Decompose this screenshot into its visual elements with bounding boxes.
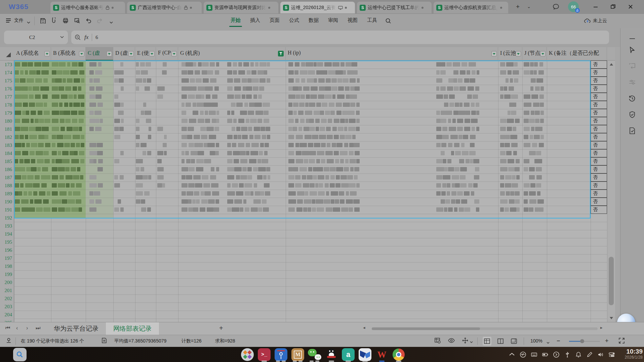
sheet-tab-1[interactable]: 华为云平台记录 bbox=[46, 322, 106, 335]
data-row[interactable]: 否 bbox=[0, 165, 607, 173]
taskbar-app-mail[interactable]: M bbox=[291, 348, 305, 362]
doc-tab[interactable]: S运维中心服务器账号 bbox=[50, 2, 125, 13]
tray-volume-icon[interactable] bbox=[597, 351, 604, 358]
tray-usb-icon[interactable] bbox=[564, 351, 571, 358]
filter-funnel-active-icon[interactable] bbox=[278, 51, 284, 56]
filter-dropdown-icon[interactable] bbox=[107, 51, 112, 56]
print-preview-button[interactable] bbox=[74, 17, 80, 25]
hamburger-menu-icon[interactable] bbox=[5, 17, 11, 25]
ribbon-tab-工具[interactable]: 工具 bbox=[366, 17, 378, 24]
view-normal-button[interactable] bbox=[483, 337, 491, 346]
print-button[interactable] bbox=[63, 17, 69, 25]
zoom-slider-thumb[interactable] bbox=[580, 339, 584, 343]
remark-cell[interactable]: 否 bbox=[591, 198, 607, 206]
row-number[interactable]: 182 bbox=[5, 133, 12, 141]
remark-cell[interactable]: 否 bbox=[591, 93, 607, 101]
remark-cell[interactable]: 否 bbox=[591, 85, 607, 93]
data-row[interactable]: 否 bbox=[0, 109, 607, 117]
row-number[interactable]: 173 bbox=[5, 61, 12, 69]
ribbon-tab-审阅[interactable]: 审阅 bbox=[327, 17, 339, 24]
row-number[interactable]: 175 bbox=[5, 77, 12, 85]
row-number[interactable]: 189 bbox=[5, 190, 12, 198]
scroll-up-icon[interactable] bbox=[610, 63, 613, 66]
data-row[interactable]: 否 bbox=[0, 133, 607, 141]
row-number[interactable]: 204 bbox=[5, 311, 12, 319]
remark-cell[interactable]: 否 bbox=[591, 190, 607, 198]
taskbar-app-docs[interactable] bbox=[358, 348, 372, 362]
save-button[interactable] bbox=[40, 17, 46, 25]
file-menu[interactable]: 文件 bbox=[14, 17, 24, 24]
row-number[interactable]: 179 bbox=[5, 109, 12, 117]
column-header-E[interactable]: E (使 bbox=[135, 47, 156, 61]
row-number[interactable]: 196 bbox=[5, 246, 12, 254]
tray-pen-icon[interactable] bbox=[586, 351, 593, 358]
doc-tab[interactable]: S运维中心已提下线工单的 bbox=[357, 2, 432, 13]
taskbar-app-chrome[interactable] bbox=[392, 348, 406, 362]
avatar[interactable]: 66 企 bbox=[568, 1, 579, 12]
filter-dropdown-icon[interactable] bbox=[540, 51, 546, 56]
filter-dropdown-icon[interactable] bbox=[516, 51, 521, 56]
data-row[interactable]: 否 bbox=[0, 190, 607, 198]
remark-cell[interactable]: 否 bbox=[591, 69, 607, 77]
data-row[interactable]: 否 bbox=[0, 182, 607, 190]
data-row[interactable]: 否 bbox=[0, 141, 607, 149]
undo-button[interactable] bbox=[85, 17, 91, 25]
row-number[interactable]: 200 bbox=[5, 278, 12, 286]
remark-cell[interactable]: 否 bbox=[591, 149, 607, 157]
taskbar-app-wechat[interactable] bbox=[308, 348, 322, 362]
remark-cell[interactable]: 否 bbox=[591, 101, 607, 109]
column-header-F[interactable]: F (CP bbox=[156, 47, 178, 61]
column-header-A[interactable]: A (系统名 bbox=[14, 47, 51, 61]
row-number[interactable]: 176 bbox=[5, 85, 12, 93]
tray-toggles-icon[interactable] bbox=[608, 351, 615, 358]
sheet-nav-last-icon[interactable]: ⏭︎ bbox=[36, 325, 40, 331]
ribbon-tab-视图[interactable]: 视图 bbox=[346, 17, 359, 24]
row-number[interactable]: 180 bbox=[5, 117, 12, 125]
formula-input[interactable]: fx 6 bbox=[71, 31, 609, 44]
hscroll-left-icon[interactable]: ◂ bbox=[363, 325, 365, 330]
frame-position-icon[interactable] bbox=[628, 62, 637, 71]
taskbar-app-search[interactable] bbox=[13, 348, 27, 362]
column-header-B[interactable]: B (系统名 bbox=[51, 47, 86, 61]
doc-tab[interactable]: S运维_20260128_云资 bbox=[280, 2, 355, 13]
ribbon-tab-公式[interactable]: 公式 bbox=[288, 17, 300, 24]
remark-cell[interactable]: 否 bbox=[591, 109, 607, 117]
ribbon-search-icon[interactable] bbox=[385, 18, 391, 25]
data-row[interactable]: 否 bbox=[0, 125, 607, 133]
vertical-scroll-thumb[interactable] bbox=[609, 257, 614, 305]
row-number[interactable]: 183 bbox=[5, 141, 12, 149]
cloud-status[interactable]: 未上云 bbox=[584, 18, 607, 24]
remark-cell[interactable]: 否 bbox=[591, 133, 607, 141]
file-menu-chevron-icon[interactable] bbox=[27, 19, 30, 26]
data-row[interactable]: 否 bbox=[0, 173, 607, 182]
zoom-in-button[interactable]: + bbox=[605, 337, 609, 345]
chat-icon[interactable] bbox=[551, 2, 561, 11]
row-number[interactable]: 201 bbox=[5, 286, 12, 294]
filter-dropdown-icon[interactable] bbox=[171, 51, 177, 56]
horizontal-scroll-thumb[interactable] bbox=[372, 327, 480, 330]
remark-cell[interactable]: 否 bbox=[591, 61, 607, 69]
row-number[interactable]: 186 bbox=[5, 165, 12, 173]
scroll-down-icon[interactable] bbox=[610, 317, 613, 319]
row-number[interactable]: 197 bbox=[5, 254, 12, 262]
minimize-button[interactable] bbox=[591, 2, 600, 11]
row-number[interactable]: 191 bbox=[5, 206, 12, 214]
data-row[interactable]: 否 bbox=[0, 149, 607, 157]
fx-icon[interactable]: fx bbox=[84, 34, 88, 41]
row-number[interactable]: 181 bbox=[5, 125, 12, 133]
remark-cell[interactable]: 否 bbox=[591, 173, 607, 182]
row-number[interactable]: 187 bbox=[5, 173, 12, 182]
ribbon-tab-插入[interactable]: 插入 bbox=[249, 17, 261, 24]
horizontal-scrollbar[interactable] bbox=[372, 327, 598, 330]
hscroll-right-icon[interactable]: ▸ bbox=[600, 325, 603, 330]
zoom-slider[interactable] bbox=[569, 341, 600, 342]
row-number[interactable]: 199 bbox=[5, 270, 12, 278]
taskbar-app-a-app[interactable]: a bbox=[341, 348, 355, 362]
row-number[interactable]: 203 bbox=[5, 303, 12, 311]
more-quick-icons-chevron[interactable] bbox=[110, 19, 113, 26]
tray-expand-icon[interactable] bbox=[508, 351, 516, 358]
doc-tab[interactable]: S运维中心虚拟机资源汇总_2 bbox=[434, 2, 508, 13]
remark-cell[interactable]: 否 bbox=[591, 182, 607, 190]
selection-stats-icon[interactable] bbox=[101, 337, 108, 345]
tray-monitor-icon[interactable] bbox=[519, 351, 527, 358]
